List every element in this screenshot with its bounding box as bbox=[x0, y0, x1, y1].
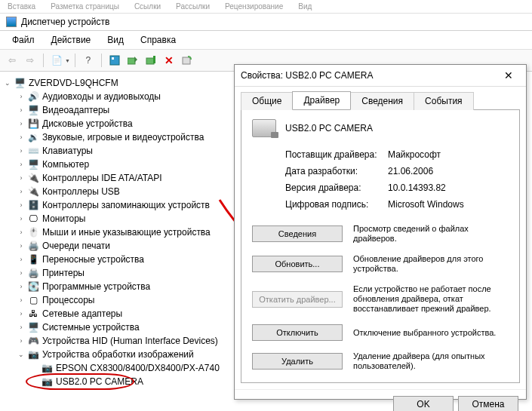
svg-rect-1 bbox=[112, 57, 114, 60]
expand-icon[interactable]: › bbox=[17, 90, 26, 103]
scan-button[interactable]: 📄 bbox=[48, 52, 65, 69]
signature-value: Microsoft Windows bbox=[388, 199, 509, 210]
tab-panel: USB2.0 PC CAMERA Поставщик драйвера:Майк… bbox=[241, 109, 520, 383]
tree-item-imaging[interactable]: Устройства обработки изображений bbox=[42, 348, 194, 361]
tree-item[interactable]: Контроллеры USB bbox=[42, 185, 120, 198]
expand-icon[interactable]: ⌄ bbox=[3, 76, 12, 90]
tree-item-camera[interactable]: USB2.0 PC CAMERA bbox=[56, 375, 143, 388]
help-button[interactable]: ? bbox=[80, 52, 97, 69]
network-icon: 🖧 bbox=[27, 308, 39, 319]
details-button[interactable]: Сведения bbox=[252, 225, 343, 242]
menubar: Файл Действие Вид Справка bbox=[0, 31, 532, 50]
tree-item[interactable]: Мыши и иные указывающие устройства bbox=[42, 225, 211, 239]
tab-driver[interactable]: Драйвер bbox=[292, 91, 351, 109]
tree-item[interactable]: Клавиатуры bbox=[42, 144, 93, 158]
svg-rect-0 bbox=[110, 56, 119, 65]
tree-root[interactable]: ZVERDVD-L9QHCFM bbox=[29, 76, 118, 90]
properties-dialog: Свойства: USB2.0 PC CAMERA ✕ Общие Драйв… bbox=[234, 64, 527, 400]
background-ribbon: ВставкаРазметка страницыСсылкиРассылкиРе… bbox=[0, 0, 532, 14]
tree-item[interactable]: Устройства HID (Human Interface Devices) bbox=[42, 334, 218, 348]
tree-item[interactable]: Сетевые адаптеры bbox=[42, 307, 122, 321]
tree-item[interactable]: Аудиовходы и аудиовыходы bbox=[42, 90, 161, 103]
audio-icon: 🔊 bbox=[27, 91, 39, 102]
tab-general[interactable]: Общие bbox=[241, 92, 293, 110]
version-value: 10.0.14393.82 bbox=[388, 182, 509, 193]
forward-button: ⇨ bbox=[22, 52, 38, 69]
disk-icon: 💾 bbox=[27, 118, 39, 129]
tree-item[interactable]: Звуковые, игровые и видеоустройства bbox=[42, 130, 204, 144]
tree-item[interactable]: Программные устройства bbox=[42, 280, 150, 293]
device-name: USB2.0 PC CAMERA bbox=[285, 123, 373, 133]
ide-icon: 🔌 bbox=[27, 173, 39, 183]
printer-icon: 🖨️ bbox=[27, 241, 39, 251]
update-desc: Обновление драйверов для этого устройств… bbox=[353, 254, 509, 274]
disable-button[interactable]: Отключить bbox=[252, 324, 343, 341]
rollback-button: Откатить драйвер... bbox=[252, 291, 343, 308]
mouse-icon: 🖱️ bbox=[27, 227, 39, 238]
menu-action[interactable]: Действие bbox=[44, 32, 99, 48]
system-icon: 🖥️ bbox=[27, 322, 39, 333]
tree-item[interactable]: Видеоадаптеры bbox=[42, 103, 109, 117]
display-icon: 🖥️ bbox=[27, 105, 39, 115]
tree-item[interactable]: Процессоры bbox=[42, 293, 95, 307]
uninstall-button[interactable]: ✕ bbox=[161, 52, 177, 69]
tree-item[interactable]: Переносные устройства bbox=[42, 253, 144, 266]
menu-view[interactable]: Вид bbox=[100, 32, 131, 48]
ok-button[interactable]: OK bbox=[393, 396, 454, 411]
close-button[interactable]: ✕ bbox=[497, 69, 520, 81]
provider-value: Майкрософт bbox=[388, 149, 509, 160]
expand-icon[interactable]: ⌄ bbox=[17, 348, 26, 361]
tab-events[interactable]: События bbox=[414, 92, 474, 110]
keyboard-icon: ⌨️ bbox=[27, 146, 39, 156]
computer-icon: 🖥️ bbox=[14, 78, 26, 88]
tab-details[interactable]: Сведения bbox=[350, 92, 414, 110]
refresh-button[interactable] bbox=[179, 52, 195, 69]
signature-label: Цифровая подпись: bbox=[285, 199, 388, 210]
properties-button[interactable] bbox=[106, 52, 123, 69]
rollback-desc: Если устройство не работает после обновл… bbox=[353, 284, 509, 314]
sound-icon: 🔉 bbox=[27, 132, 39, 143]
tree-item[interactable]: Контроллеры IDE ATA/ATAPI bbox=[42, 171, 162, 185]
imaging-icon: 📷 bbox=[27, 349, 39, 360]
window-title: Диспетчер устройств bbox=[21, 17, 109, 27]
tree-item[interactable]: Очереди печати bbox=[42, 239, 110, 253]
tree-item[interactable]: Системные устройства bbox=[42, 321, 140, 334]
camera-icon: 📷 bbox=[41, 376, 53, 387]
tree-item[interactable]: Мониторы bbox=[42, 212, 85, 225]
dialog-tabs: Общие Драйвер Сведения События bbox=[235, 87, 526, 109]
cpu-icon: ▢ bbox=[27, 295, 39, 305]
tree-item[interactable]: Компьютер bbox=[42, 158, 89, 171]
details-desc: Просмотр сведений о файлах драйверов. bbox=[353, 224, 509, 244]
tree-item[interactable]: Принтеры bbox=[42, 266, 85, 280]
date-label: Дата разработки: bbox=[285, 166, 388, 176]
svg-rect-4 bbox=[153, 56, 155, 63]
remove-button[interactable]: Удалить bbox=[252, 353, 343, 370]
cancel-button[interactable]: Отмена bbox=[458, 396, 518, 411]
tree-item-epson[interactable]: EPSON CX8300/8400/DX8400/PX-A740 bbox=[56, 361, 220, 375]
svg-rect-3 bbox=[146, 58, 154, 64]
update-button[interactable] bbox=[125, 52, 141, 69]
monitor-icon: 🖵 bbox=[27, 213, 39, 224]
back-button: ⇦ bbox=[4, 52, 20, 69]
svg-rect-5 bbox=[183, 57, 190, 64]
menu-file[interactable]: Файл bbox=[5, 32, 42, 48]
device-tree[interactable]: ⌄🖥️ZVERDVD-L9QHCFM ›🔊Аудиовходы и аудиов… bbox=[0, 72, 249, 393]
app-icon bbox=[6, 17, 17, 27]
hid-icon: 🎮 bbox=[27, 336, 39, 346]
svg-rect-2 bbox=[128, 58, 135, 64]
provider-label: Поставщик драйвера: bbox=[285, 149, 388, 160]
dropdown-icon[interactable]: ▼ bbox=[65, 58, 70, 63]
printer-icon: 🖨️ bbox=[27, 268, 39, 278]
storage-icon: 🗄️ bbox=[27, 200, 39, 210]
update-driver-button[interactable]: Обновить... bbox=[252, 256, 343, 272]
computer-icon: 🖥️ bbox=[27, 159, 39, 170]
menu-help[interactable]: Справка bbox=[133, 32, 183, 48]
tree-item[interactable]: Дисковые устройства bbox=[42, 117, 133, 130]
remove-desc: Удаление драйвера (для опытных пользоват… bbox=[353, 351, 509, 371]
disable-desc: Отключение выбранного устройства. bbox=[353, 328, 509, 338]
enable-button[interactable] bbox=[143, 52, 159, 69]
version-label: Версия драйвера: bbox=[285, 182, 388, 193]
camera-icon: 📷 bbox=[41, 363, 53, 373]
tree-item[interactable]: Контроллеры запоминающих устройств bbox=[42, 198, 210, 212]
usb-icon: 🔌 bbox=[27, 186, 39, 197]
